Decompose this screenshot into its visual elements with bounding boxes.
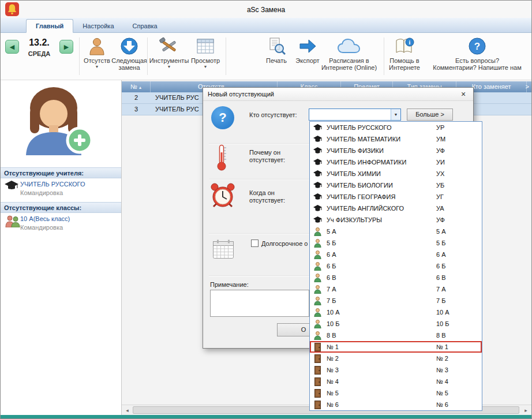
dropdown-item-code: УИ [436,159,445,166]
combo-dropdown-arrow-icon[interactable]: ▼ [391,109,400,120]
dropdown-item[interactable]: УЧИТЕЛЬ ГЕОГРАФИЯУГ [310,191,482,203]
absent-label: Отсутств [84,57,110,64]
who-dropdown: УЧИТЕЛЬ РУССКОГОУРУЧИТЕЛЬ МАТЕМАТИКИУМУЧ… [309,121,482,411]
export-arrow-icon [298,35,317,57]
svg-text:i: i [409,39,411,46]
dropdown-item[interactable]: 6 В6 В [310,272,482,283]
dropdown-item-code: УХ [436,170,444,177]
dropdown-item-name: 6 Б [327,263,436,270]
dropdown-item[interactable]: № 5№ 5 [310,387,482,399]
toolbar-separator [147,38,148,75]
dropdown-item-code: 6 А [436,251,446,258]
who-combobox[interactable]: ▼ [309,109,401,121]
toolbar: ◀ 13.2. СРЕДА ▶ Отсутств ▼ Следующая зам… [1,33,531,80]
dropdown-item[interactable]: Уч ФИЗКУЛЬТУРЫУФ [310,214,482,226]
dropdown-item[interactable]: № 1№ 1 [310,341,482,353]
dropdown-item[interactable]: № 6№ 6 [310,399,482,410]
scroll-left-icon[interactable]: ◂ [122,405,132,415]
dropdown-item[interactable]: УЧИТЕЛЬ ФИЗИКИУФ [310,145,482,156]
dropdown-item-name: 6 А [327,251,436,258]
view-caret-icon: ▼ [204,65,208,69]
row-number: 2 [122,92,151,103]
dropdown-item-code: № 1 [436,343,448,350]
absent-caret-icon: ▼ [95,65,99,69]
note-textarea[interactable] [210,290,309,317]
room-icon [313,342,323,351]
help-book-icon: i [395,35,414,57]
dropdown-item-code: УМ [436,136,445,143]
cloud-icon [338,35,361,57]
dropdown-item[interactable]: 10 Б10 Б [310,318,482,330]
next-substitution-button[interactable]: Следующая замена [113,35,146,71]
longterm-checkbox[interactable] [251,240,258,247]
dropdown-item-name: УЧИТЕЛЬ АНГЛИЙСКОГО [327,205,436,212]
menu-tab-bar: Главный Настройка Справка [1,18,531,33]
dropdown-item-name: 6 В [327,274,436,281]
column-header-0[interactable]: №▴ [122,81,151,92]
dropdown-item-name: УЧИТЕЛЬ РУССКОГО [327,124,436,131]
questions-button[interactable]: ? Есть вопросы? Комментарии? Напишите на… [430,35,524,71]
room-icon [313,377,323,386]
svg-text:?: ? [474,41,480,52]
longterm-label: Долгосрочное о [261,240,308,247]
row-number: 3 [122,104,151,115]
dropdown-item[interactable]: УЧИТЕЛЬ БИОЛОГИИУБ [310,179,482,191]
class-icon [313,250,323,259]
online-timetables-button[interactable]: Расписания в Интернете (Online) [317,35,381,71]
dropdown-item[interactable]: № 3№ 3 [310,364,482,376]
absent-teacher-item[interactable]: УЧИТЕЛЬ РУССКОГО Командировка [1,179,121,200]
dropdown-item-name: № 2 [327,355,436,362]
dropdown-item[interactable]: 5 Б5 Б [310,237,482,249]
online-help-button[interactable]: i Помощь в Интернете [386,35,423,71]
dropdown-item-code: № 2 [436,355,448,362]
dropdown-item[interactable]: УЧИТЕЛЬ ХИМИИУХ [310,168,482,179]
tools-button[interactable]: Инструменты ▼ [149,35,189,69]
view-button[interactable]: Просмотр ▼ [189,35,222,69]
dropdown-item-code: № 6 [436,401,448,408]
app-window: aSc Замена Главный Настройка Справка ◀ 1… [0,0,532,419]
dropdown-item-name: 8 В [327,332,436,339]
absent-class-item[interactable]: 10 А(Весь класс) Командировка [1,214,121,235]
absent-button[interactable]: Отсутств ▼ [81,35,113,69]
dropdown-item[interactable]: УЧИТЕЛЬ ИНФОРМАТИКИУИ [310,156,482,168]
dropdown-item[interactable]: 5 А5 А [310,226,482,237]
dropdown-item-name: УЧИТЕЛЬ МАТЕМАТИКИ [327,136,436,143]
graduation-cap-icon [5,181,18,192]
dropdown-item[interactable]: 6 А6 А [310,249,482,260]
row-absent-name: УЧИТЕЛЬ РУС [155,104,199,115]
teacher-icon [313,215,323,225]
dropdown-item[interactable]: № 4№ 4 [310,376,482,387]
dropdown-item[interactable]: 7 Б7 Б [310,295,482,306]
dropdown-item-name: 7 А [327,286,436,293]
tab-main[interactable]: Главный [26,19,73,33]
teacher-icon [313,158,323,167]
teacher-icon [313,134,323,144]
room-icon [313,354,323,363]
thermometer-icon [216,144,227,172]
dropdown-item-name: Уч ФИЗКУЛЬТУРЫ [327,216,436,223]
scroll-right-icon[interactable]: ▸ [521,405,531,415]
print-button[interactable]: Печать [261,35,291,64]
tab-help[interactable]: Справка [123,20,167,32]
dropdown-item-code: № 3 [436,366,448,373]
dropdown-item-code: 10 Б [436,320,449,327]
dropdown-item-code: № 4 [436,378,448,385]
toolbar-separator [384,38,384,75]
dropdown-item[interactable]: 6 Б6 Б [310,260,482,272]
teacher-icon [313,146,323,155]
tab-settings[interactable]: Настройка [73,20,123,32]
dropdown-item[interactable]: 8 В8 В [310,330,482,341]
dropdown-item[interactable]: УЧИТЕЛЬ МАТЕМАТИКИУМ [310,133,482,145]
online-help-label-1: Помощь в [389,57,419,64]
class-icon [313,227,323,236]
dropdown-item[interactable]: УЧИТЕЛЬ АНГЛИЙСКОГОУА [310,203,482,214]
add-absent-teacher-avatar[interactable] [13,85,97,156]
prev-day-button[interactable]: ◀ [5,40,19,54]
dropdown-item[interactable]: 10 А10 А [310,306,482,318]
dropdown-item[interactable]: 7 А7 А [310,283,482,295]
more-button[interactable]: Больше > [407,109,453,121]
dropdown-item[interactable]: № 2№ 2 [310,353,482,364]
dropdown-item[interactable]: УЧИТЕЛЬ РУССКОГОУР [310,122,482,133]
dialog-close-icon[interactable]: × [454,88,473,101]
next-day-button[interactable]: ▶ [59,40,73,54]
